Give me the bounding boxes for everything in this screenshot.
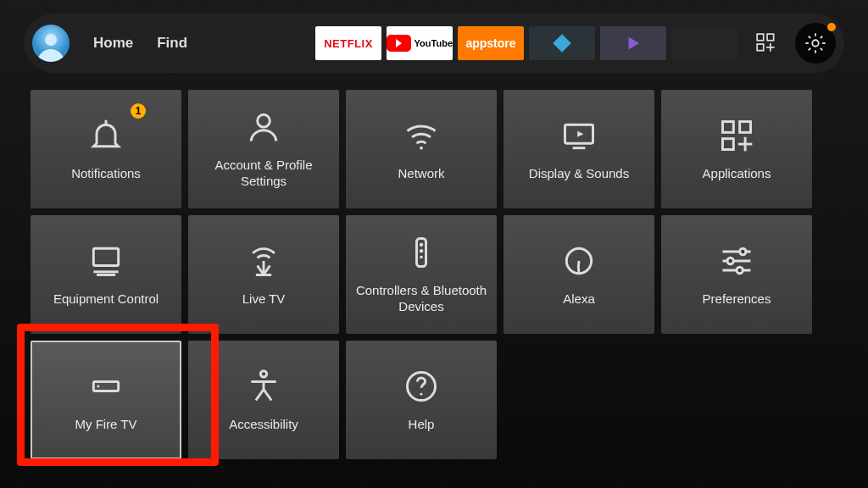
sliders-icon [718, 242, 755, 280]
tv-icon [560, 117, 598, 154]
svg-point-37 [97, 385, 99, 387]
card-label: Account & Profile Settings [197, 158, 331, 190]
svg-point-31 [740, 248, 746, 254]
card-notifications[interactable]: 1 Notifications [31, 90, 181, 208]
svg-rect-15 [723, 138, 734, 149]
app-netflix[interactable]: NETFLIX [315, 26, 381, 60]
monitor-icon [87, 242, 125, 280]
card-label: Live TV [242, 291, 286, 308]
user-icon [245, 108, 282, 146]
card-label: My Fire TV [75, 417, 136, 433]
settings-grid-wrap: 1 Notifications Account & Profile Settin… [0, 73, 868, 459]
firetv-icon [87, 368, 125, 405]
card-help[interactable]: Help [346, 341, 497, 459]
apps-icon [718, 117, 755, 154]
svg-point-9 [420, 146, 423, 149]
card-label: Alexa [563, 291, 595, 308]
settings-grid: 1 Notifications Account & Profile Settin… [31, 90, 837, 459]
card-my-fire-tv[interactable]: My Fire TV [31, 341, 181, 459]
svg-point-0 [45, 34, 57, 46]
card-accessibility[interactable]: Accessibility [188, 341, 339, 459]
svg-marker-11 [577, 130, 583, 136]
top-nav: Home Find NETFLIX YouTube appstore [24, 14, 844, 73]
remote-icon [403, 234, 440, 271]
card-label: Notifications [71, 166, 141, 182]
youtube-icon [387, 35, 411, 52]
svg-rect-14 [740, 121, 751, 132]
nav-home[interactable]: Home [93, 35, 133, 52]
svg-point-27 [420, 249, 423, 252]
nav-find[interactable]: Find [157, 35, 187, 52]
play-icon [624, 34, 643, 53]
kodi-icon [551, 32, 573, 54]
card-label: Equipment Control [53, 291, 159, 308]
nav-links: Home Find [93, 35, 187, 52]
app-tiles: NETFLIX YouTube appstore [315, 26, 737, 60]
apps-grid-button[interactable] [748, 25, 785, 62]
help-icon [403, 368, 440, 405]
svg-point-44 [420, 392, 423, 395]
card-livetv[interactable]: Live TV [188, 215, 339, 334]
svg-line-41 [256, 389, 264, 400]
apps-grid-icon [755, 32, 777, 54]
app-kodi[interactable] [529, 26, 595, 60]
svg-rect-2 [767, 34, 774, 41]
svg-point-35 [737, 267, 743, 273]
svg-point-6 [812, 40, 818, 46]
svg-rect-18 [93, 248, 118, 265]
svg-point-38 [260, 370, 266, 376]
svg-rect-1 [757, 34, 764, 41]
card-controllers[interactable]: Controllers & Bluetooth Devices [346, 215, 497, 334]
svg-point-26 [420, 243, 423, 247]
app-youtube[interactable]: YouTube [387, 26, 453, 60]
card-label: Network [398, 166, 444, 182]
card-label: Controllers & Bluetooth Devices [354, 283, 488, 315]
youtube-label: YouTube [415, 38, 453, 48]
accessibility-icon [245, 368, 282, 405]
card-preferences[interactable]: Preferences [661, 215, 812, 334]
card-label: Help [409, 417, 435, 433]
svg-point-28 [420, 256, 423, 259]
notification-badge: 1 [131, 103, 146, 119]
svg-point-33 [727, 258, 733, 263]
wifi-icon [403, 117, 440, 154]
app-appstore[interactable]: appstore [458, 26, 524, 60]
svg-point-8 [258, 115, 270, 128]
card-equipment[interactable]: Equipment Control [31, 215, 181, 334]
card-label: Preferences [703, 291, 771, 308]
card-display[interactable]: Display & Sounds [504, 90, 654, 208]
card-applications[interactable]: Applications [661, 90, 812, 208]
card-label: Accessibility [229, 417, 298, 433]
card-network[interactable]: Network [346, 90, 497, 208]
profile-avatar[interactable] [32, 25, 70, 62]
settings-button[interactable] [795, 23, 836, 64]
card-label: Applications [703, 166, 771, 182]
svg-rect-13 [723, 121, 734, 132]
gear-icon [804, 31, 827, 55]
app-blank[interactable] [671, 26, 737, 60]
alexa-icon [560, 242, 598, 280]
bell-icon [87, 117, 125, 154]
antenna-icon [245, 242, 282, 280]
card-account[interactable]: Account & Profile Settings [188, 90, 339, 208]
app-media[interactable] [600, 26, 666, 60]
svg-line-42 [264, 389, 271, 400]
svg-rect-3 [757, 44, 764, 51]
card-alexa[interactable]: Alexa [504, 215, 654, 334]
card-label: Display & Sounds [529, 166, 629, 182]
